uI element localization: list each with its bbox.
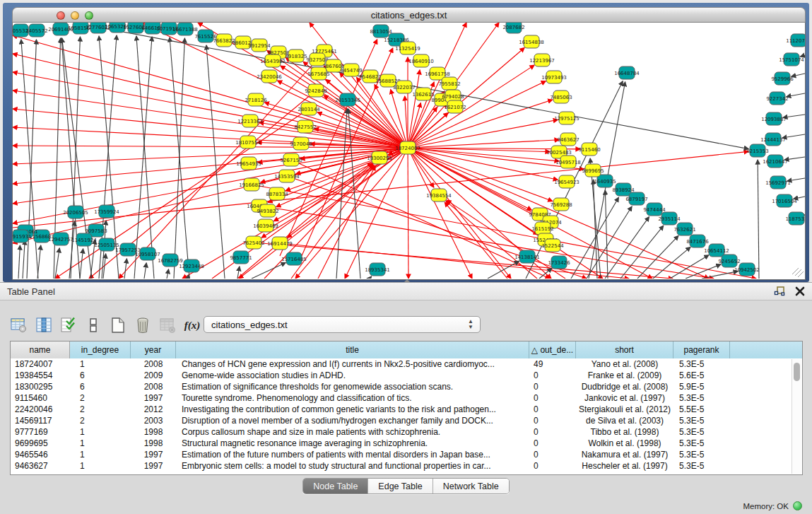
graph-node[interactable]: 15751074 (779, 53, 804, 66)
graph-node[interactable]: 9115460 (578, 143, 600, 156)
graph-node[interactable]: 8878334 (266, 187, 288, 200)
graph-node[interactable]: 9493822 (257, 204, 278, 217)
cell-title: Estimation of the future numbers of pati… (176, 449, 529, 460)
graph-node[interactable]: 10942502 (734, 263, 760, 276)
graph-node[interactable]: 16914479 (267, 237, 293, 250)
graph-node[interactable]: 7485063 (550, 90, 572, 103)
graph-node[interactable]: 2935114 (658, 212, 681, 225)
graph-node[interactable]: 7632621 (673, 223, 695, 235)
graph-node[interactable]: 19384554 (426, 189, 452, 201)
tab-node-table[interactable]: Node Table (303, 479, 368, 493)
vertical-scrollbar[interactable] (792, 359, 801, 474)
graph-node[interactable]: 1522544 (541, 239, 564, 252)
cell-name: 9115460 (11, 392, 70, 404)
cell-pagerank: 5.9E-5 (673, 381, 730, 392)
table-row[interactable]: 969969511998Structural magnetic resonanc… (11, 438, 802, 449)
table-settings-icon[interactable] (10, 316, 28, 334)
graph-node[interactable]: 16648784 (614, 66, 640, 79)
graph-node[interactable]: 2087682 (502, 23, 524, 33)
graph-node[interactable]: 9170046 (290, 137, 312, 150)
table-row[interactable]: 911546021997Tourette syndrome. Phenomeno… (11, 392, 802, 404)
graph-node[interactable]: 9227342 (766, 92, 788, 105)
graph-node[interactable]: 2718126 (245, 93, 267, 106)
column-header-pagerank[interactable]: pagerank (673, 341, 730, 358)
network-graph[interactable]: 2055327140557220691406195815621277602210… (13, 23, 805, 279)
tab-edge-table[interactable]: Edge Table (368, 479, 433, 493)
network-frame-titlebar[interactable]: citations_edges.txt (12, 7, 806, 23)
graph-node[interactable]: 20153346 (335, 93, 360, 106)
graph-node[interactable]: 9529966 (771, 72, 794, 85)
graph-node[interactable]: 1615192 (531, 222, 553, 235)
graph-node[interactable]: 6879197 (625, 192, 647, 205)
graph-node[interactable]: 16154838 (519, 35, 544, 48)
graph-node[interactable]: 9899695 (582, 164, 604, 177)
table-row[interactable]: 1456911722003Disruption of a novel membe… (11, 415, 802, 426)
graph-node[interactable]: 8427552 (294, 120, 316, 133)
graph-node[interactable]: 12093887 (761, 112, 787, 125)
graph-node[interactable]: 12444137 (760, 133, 786, 146)
column-header-year[interactable]: year (131, 341, 176, 358)
graph-node[interactable]: 8918325 (285, 49, 307, 62)
graph-node[interactable]: 12213363 (237, 115, 263, 127)
graph-node[interactable]: 17016504 (772, 194, 797, 207)
graph-node[interactable]: 19166825 (239, 178, 264, 191)
graph-node[interactable]: 7955812 (438, 77, 460, 90)
row-selection-icon[interactable] (59, 316, 78, 334)
column-header-out_degree[interactable]: △ out_de... (529, 341, 576, 358)
network-frame: citations_edges.txt 20553271405572206914… (12, 7, 806, 280)
graph-edge (134, 37, 152, 279)
graph-node[interactable]: 8215353 (746, 144, 768, 157)
graph-node[interactable]: 12213967 (529, 54, 555, 66)
graph-node[interactable]: 1621072 (444, 100, 466, 113)
network-view[interactable]: 2055327140557220691406195815621277602210… (12, 23, 806, 280)
cell-pagerank: 5.3E-5 (673, 460, 730, 472)
tab-network-table[interactable]: Network Table (433, 479, 509, 493)
table-row[interactable]: 2242004622012Investigating the contribut… (11, 404, 802, 415)
table-row[interactable]: 1830029562008Estimation of significance … (11, 381, 802, 392)
import-table-icon[interactable] (84, 316, 102, 334)
resize-grip-icon[interactable] (792, 268, 804, 277)
memory-status-icon[interactable] (793, 501, 802, 510)
graph-node[interactable]: 9463627 (557, 133, 579, 146)
graph-node[interactable]: 1405572 (25, 24, 47, 37)
graph-node[interactable]: 1187533 (785, 212, 805, 225)
graph-node[interactable]: 5675685 (307, 67, 329, 80)
table-row[interactable]: 977716911998Corpus callosum shape and si… (11, 426, 802, 438)
graph-node[interactable]: 9242848 (305, 84, 326, 97)
graph-node[interactable]: 15692971 (765, 176, 791, 189)
close-panel-icon[interactable] (795, 286, 805, 299)
graph-node[interactable]: 18935341 (365, 263, 390, 276)
graph-node[interactable]: 1733426 (548, 256, 570, 269)
delete-table-icon[interactable] (134, 316, 152, 334)
table-source-dropdown[interactable]: citations_edges.txt ▲▼ (204, 316, 481, 333)
graph-node[interactable]: 14353594 (274, 170, 300, 182)
table-row[interactable]: 1938455462009Genome-wide association stu… (11, 370, 802, 381)
graph-node[interactable]: 18640910 (408, 54, 434, 67)
column-header-short[interactable]: short (576, 341, 673, 358)
graph-node[interactable]: 9245652 (718, 255, 740, 267)
new-document-icon[interactable] (109, 316, 127, 334)
scrollbar-thumb[interactable] (794, 363, 800, 381)
graph-node[interactable]: 2803144 (298, 103, 320, 115)
float-panel-icon[interactable] (774, 286, 785, 300)
graph-node[interactable]: 8471676 (686, 235, 709, 247)
graph-node[interactable]: 19654935 (236, 157, 261, 170)
graph-node[interactable]: 7569288 (550, 198, 572, 211)
function-builder-icon[interactable]: f(x) (183, 316, 201, 334)
column-header-in_degree[interactable]: in_degree (70, 341, 131, 358)
table-row[interactable]: 1872400712008Changes of HCN gene express… (11, 358, 802, 370)
table-row[interactable]: 946362711997Embryonic stem cells: a mode… (11, 460, 802, 472)
graph-node[interactable]: 5267150 (280, 153, 302, 166)
graph-node[interactable]: 16210647 (763, 155, 788, 168)
graph-node[interactable]: 9857771 (230, 251, 252, 264)
graph-node[interactable]: 11120744 (786, 34, 805, 47)
table-row[interactable]: 946554611997Estimation of the future num… (11, 449, 802, 460)
delete-columns-disabled-icon[interactable] (158, 316, 177, 334)
graph-node[interactable]: 7625402 (242, 236, 264, 249)
cell-in_degree: 1 (70, 358, 131, 370)
column-header-title[interactable]: title (176, 341, 529, 358)
column-header-name[interactable]: name (11, 341, 70, 358)
cell-name: 22420046 (11, 404, 70, 415)
show-columns-icon[interactable] (35, 316, 53, 334)
graph-edge (702, 271, 738, 279)
